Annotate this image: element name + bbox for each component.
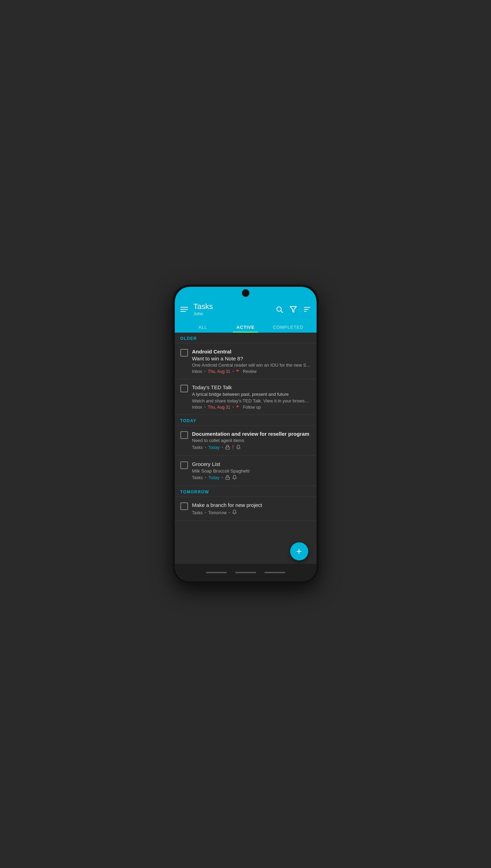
task-body: One Android Central reader will win an I…: [192, 362, 311, 368]
flag-icon: [236, 405, 241, 410]
hamburger-line-2: [180, 309, 188, 310]
phone-screen: Tasks John: [175, 287, 317, 581]
header-title-block: Tasks John: [194, 302, 213, 316]
hamburger-line-3: [180, 311, 186, 312]
status-bar: [175, 287, 317, 299]
task-title: Android Central: [192, 348, 311, 355]
task-meta: Tasks • Today •: [192, 475, 311, 481]
header-top: Tasks John: [180, 302, 311, 320]
task-date: Thu, Aug 31: [208, 369, 230, 374]
sort-button[interactable]: [303, 306, 311, 313]
task-item[interactable]: Today's TED Talk A lyrical bridge betwee…: [175, 379, 317, 415]
section-older: OLDER: [175, 333, 317, 343]
section-tomorrow: TOMORROW: [175, 486, 317, 497]
task-title: Documentation and review for reseller pr…: [192, 431, 311, 437]
task-meta: Tasks • Today • !: [192, 444, 311, 451]
task-list-label: Tasks: [192, 445, 203, 450]
power-button[interactable]: [318, 342, 319, 363]
task-content: Grocery List Milk Soap Broccoli Spaghett…: [192, 461, 311, 481]
task-meta: Tasks • Tomorrow •: [192, 510, 311, 516]
app-header: Tasks John: [175, 299, 317, 333]
svg-rect-7: [226, 477, 229, 479]
header-actions: [276, 306, 311, 313]
dot: •: [205, 510, 206, 515]
task-tag: Follow up: [243, 405, 261, 410]
task-list-label: Tasks: [192, 475, 203, 480]
svg-rect-6: [226, 447, 229, 449]
task-checkbox[interactable]: [180, 349, 188, 357]
task-checkbox[interactable]: [180, 502, 188, 510]
task-checkbox[interactable]: [180, 461, 188, 469]
flag-icon: [236, 369, 241, 374]
search-button[interactable]: [276, 306, 283, 313]
task-list-label: Inbox: [192, 405, 202, 410]
task-content: Make a branch for new project Tasks • To…: [192, 502, 311, 516]
dot: •: [205, 445, 206, 450]
task-item[interactable]: Grocery List Milk Soap Broccoli Spaghett…: [175, 456, 317, 486]
camera-notch: [242, 289, 249, 297]
dot: •: [205, 475, 206, 480]
hamburger-menu-button[interactable]: [180, 307, 188, 312]
task-date: Today: [208, 445, 219, 450]
task-content: Today's TED Talk A lyrical bridge betwee…: [192, 384, 311, 409]
task-item[interactable]: Android Central Want to win a Note 8? On…: [175, 343, 317, 379]
task-date: Today: [208, 475, 219, 480]
svg-marker-2: [290, 306, 296, 312]
task-body: Watch and share today's TED Talk. View i…: [192, 398, 311, 403]
dot: •: [232, 369, 234, 374]
dot: •: [221, 445, 223, 450]
dot: •: [204, 405, 206, 410]
task-content: Android Central Want to win a Note 8? On…: [192, 348, 311, 374]
header-left: Tasks John: [180, 302, 213, 316]
tab-active[interactable]: ACTIVE: [224, 321, 267, 333]
task-subtitle2: A lyrical bridge between past, present a…: [192, 392, 311, 398]
task-date: Tomorrow: [208, 510, 227, 515]
task-title: Today's TED Talk: [192, 384, 311, 391]
nav-pill-3: [264, 572, 285, 573]
task-checkbox[interactable]: [180, 385, 188, 392]
dot: •: [221, 475, 223, 480]
task-list-label: Inbox: [192, 369, 202, 374]
nav-pill-2: [235, 572, 256, 573]
volume-down-button[interactable]: [173, 354, 174, 374]
task-meta: Inbox • Thu, Aug 31 • Follow up: [192, 405, 311, 410]
volume-up-button[interactable]: [173, 335, 174, 349]
svg-line-1: [281, 311, 283, 312]
task-date: Thu, Aug 31: [208, 405, 230, 410]
task-title: Make a branch for new project: [192, 502, 311, 509]
tab-completed[interactable]: COMPLETED: [267, 321, 310, 333]
section-today: TODAY: [175, 415, 317, 426]
task-subtitle-title: Want to win a Note 8?: [192, 355, 311, 362]
task-title: Grocery List: [192, 461, 311, 468]
task-body: Need to collet agent items: [192, 438, 311, 443]
task-checkbox[interactable]: [180, 431, 188, 439]
bell-icon: [232, 475, 237, 481]
dot: •: [229, 510, 230, 515]
task-meta: Inbox • Thu, Aug 31 • Review: [192, 369, 311, 374]
task-item[interactable]: Make a branch for new project Tasks • To…: [175, 497, 317, 521]
lock-icon: [225, 445, 230, 451]
lock-icon: [225, 475, 230, 481]
task-item[interactable]: Documentation and review for reseller pr…: [175, 426, 317, 456]
bixby-button[interactable]: [173, 378, 174, 397]
add-icon: +: [296, 546, 302, 556]
bottom-nav-bar: [175, 564, 317, 581]
phone-frame: Tasks John: [173, 285, 319, 583]
priority-icon: !: [232, 444, 234, 451]
task-tag: Review: [243, 369, 256, 374]
task-content: Documentation and review for reseller pr…: [192, 431, 311, 451]
bell-icon: [232, 510, 237, 516]
app-title: Tasks: [194, 302, 213, 311]
filter-button[interactable]: [289, 306, 297, 313]
app-subtitle: John: [194, 311, 213, 316]
dot: •: [204, 369, 206, 374]
task-body: Milk Soap Broccoli Spaghetti: [192, 468, 311, 474]
bell-icon: [236, 445, 241, 451]
hamburger-line-1: [180, 307, 188, 308]
nav-pill-1: [206, 572, 227, 573]
tab-all[interactable]: ALL: [182, 321, 224, 333]
tab-bar: ALL ACTIVE COMPLETED: [180, 321, 311, 333]
task-list-label: Tasks: [192, 510, 203, 515]
dot: •: [232, 405, 234, 410]
add-task-fab[interactable]: +: [290, 542, 308, 560]
